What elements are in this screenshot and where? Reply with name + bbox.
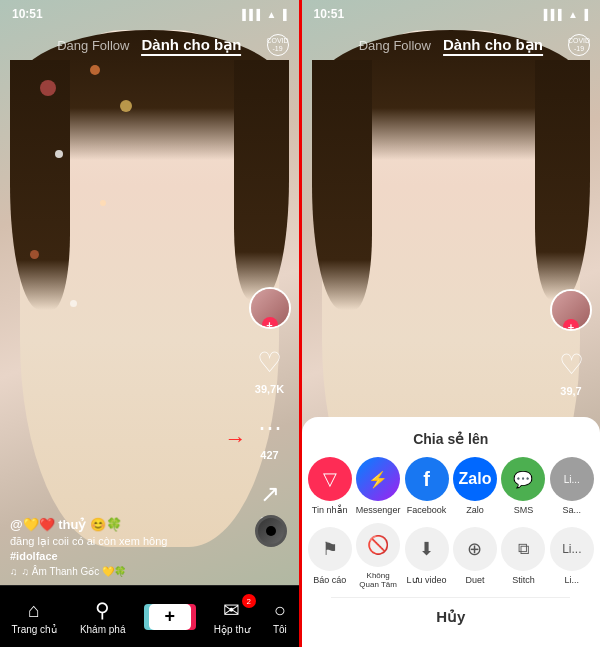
luu-video-icon: ⬇ [405,527,449,571]
inbox-icon: ✉ [223,598,240,622]
messenger-symbol: ⚡ [368,470,388,489]
status-icons: ▌▌▌ ▲ ▐ [242,9,286,20]
sound-info: ♫ ♫ Âm Thanh Gốc 💛🍀 [10,566,239,577]
nav-for-you-wrap: Dành cho bạn [141,36,241,54]
right-nav-following[interactable]: Đang Follow [359,38,431,53]
bottom-info: @💛❤️ thuỷ 😊🍀 đăng lại coii có ai còn xem… [10,517,239,577]
right-like-button[interactable]: ♡ [552,345,590,383]
nav-home[interactable]: ⌂ Trang chủ [12,599,57,635]
right-hair-left [312,60,372,310]
heart-icon: ♡ [257,346,282,379]
plus-icon: + [149,604,191,630]
wifi-icon: ▲ [267,9,277,20]
cancel-button[interactable]: Hủy [302,598,601,636]
follow-plus-button[interactable]: + [262,317,278,329]
right-covid-badge: COVID-19 [568,34,590,56]
share-messenger[interactable]: ⚡ Messenger [354,457,402,515]
status-time: 10:51 [12,7,43,21]
comment-button[interactable]: ⋯ [251,409,289,447]
li-label: Li... [565,575,580,585]
zalo-symbol: Zalo [459,470,492,488]
share-sms[interactable]: 💬 SMS [499,457,547,515]
khong-quan-tam-symbol: 🚫 [367,534,389,556]
nav-inbox[interactable]: ✉ Hộp thư 2 [214,598,250,635]
li-icon: Li... [550,527,594,571]
bao-cao-symbol: ⚑ [322,538,338,560]
music-disc-inner [266,526,276,536]
nav-search-label: Khám phá [80,624,126,635]
duet-icon: ⊕ [453,527,497,571]
top-nav: Đang Follow Dành cho bạn COVID-19 [0,28,299,62]
create-button[interactable]: + [149,604,191,630]
username: @💛❤️ thuỷ 😊🍀 [10,517,239,532]
nav-following[interactable]: Đang Follow [57,38,129,53]
right-follow-plus[interactable]: + [563,319,579,331]
right-signal-icon: ▌▌▌ [544,9,565,20]
sparkle-1 [40,80,56,96]
share-bao-cao[interactable]: ⚑ Báo cáo [306,527,354,585]
right-covid-icon: COVID-19 [568,37,590,52]
nav-profile[interactable]: ○ Tôi [273,599,287,635]
music-note-icon: ♫ [10,566,18,577]
battery-icon: ▐ [279,9,286,20]
right-heart-icon: ♡ [559,348,584,381]
share-tin-nhan[interactable]: ▽ Tin nhắn [306,457,354,515]
sms-label: SMS [514,505,534,515]
right-hair-right [535,60,590,300]
share-li[interactable]: Li... Li... [548,527,596,585]
share-icons-row-2: ⚑ Báo cáo 🚫 KhôngQuan Tâm ⬇ Lưu video ⊕ [302,515,601,589]
bao-cao-label: Báo cáo [313,575,346,585]
more-symbol: Li... [564,474,580,485]
nav-search[interactable]: ⚲ Khám phá [80,598,126,635]
share-more[interactable]: Li... Sa... [548,457,596,515]
profile-icon: ○ [274,599,286,622]
li-symbol: Li... [562,542,581,556]
right-nav-for-you[interactable]: Dành cho bạn [443,36,543,53]
description: đăng lại coii có ai còn xem hông [10,535,239,548]
khong-quan-tam-icon: 🚫 [356,523,400,567]
tin-nhan-symbol: ▽ [323,468,337,490]
share-khong-quan-tam[interactable]: 🚫 KhôngQuan Tâm [354,523,402,589]
right-status-icons: ▌▌▌ ▲ ▐ [544,9,588,20]
status-bar: 10:51 ▌▌▌ ▲ ▐ [0,0,299,28]
nav-inbox-label: Hộp thư [214,624,250,635]
tin-nhan-icon: ▽ [308,457,352,501]
share-zalo[interactable]: Zalo Zalo [451,457,499,515]
right-user-avatar[interactable]: + [550,289,592,331]
share-luu-video[interactable]: ⬇ Lưu video [402,527,450,585]
share-sheet: Chia sẻ lên ▽ Tin nhắn ⚡ Messenger f Fac… [302,417,601,647]
nav-create[interactable]: + [149,604,191,630]
home-icon: ⌂ [28,599,40,622]
nav-profile-label: Tôi [273,624,287,635]
right-actions: + ♡ 39,7K ⋯ 427 ↗ 902 [249,287,291,527]
like-button[interactable]: ♡ [251,343,289,381]
music-disc [255,515,287,547]
right-nav-underline [443,54,543,56]
search-icon: ⚲ [95,598,110,622]
facebook-label: Facebook [407,505,447,515]
messenger-icon: ⚡ [356,457,400,501]
user-avatar[interactable]: + [249,287,291,329]
sparkle-7 [70,300,77,307]
share-stitch[interactable]: ⧉ Stitch [499,527,547,585]
messenger-label: Messenger [356,505,401,515]
left-phone-screen: 10:51 ▌▌▌ ▲ ▐ Đang Follow Dành cho bạn C… [0,0,299,647]
nav-home-label: Trang chủ [12,624,57,635]
share-title: Chia sẻ lên [413,417,488,457]
right-status-time: 10:51 [314,7,345,21]
like-count: 39,7K [255,383,284,395]
stitch-symbol: ⧉ [518,540,529,558]
share-facebook[interactable]: f Facebook [402,457,450,515]
right-battery-icon: ▐ [581,9,588,20]
sparkle-5 [100,200,106,206]
share-icon: ↗ [260,480,280,508]
more-label: Sa... [563,505,582,515]
share-duet[interactable]: ⊕ Duet [451,527,499,585]
tin-nhan-label: Tin nhắn [312,505,348,515]
right-like-count: 39,7 [560,385,581,397]
share-button[interactable]: ↗ [251,475,289,513]
hashtag: #idolface [10,550,239,562]
nav-for-you[interactable]: Dành cho bạn [141,36,241,53]
luu-video-label: Lưu video [407,575,447,585]
sparkle-3 [120,100,132,112]
